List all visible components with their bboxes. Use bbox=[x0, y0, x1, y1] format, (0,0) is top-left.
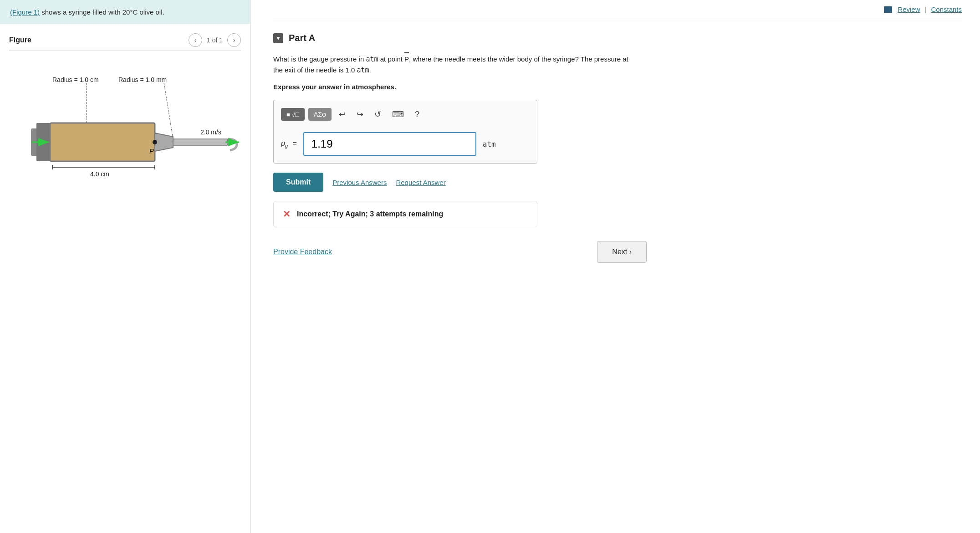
keyboard-button[interactable]: ⌨ bbox=[388, 108, 408, 121]
express-label: Express your answer in atmospheres. bbox=[273, 83, 962, 91]
question-text: What is the gauge pressure in atm at poi… bbox=[273, 52, 628, 76]
figure-section: Figure ‹ 1 of 1 › Radius = 1.0 cm Radius… bbox=[0, 24, 250, 212]
syringe-oil bbox=[51, 124, 154, 160]
radius-left-label: Radius = 1.0 cm bbox=[52, 76, 99, 83]
error-message: Incorrect; Try Again; 3 attempts remaini… bbox=[297, 210, 443, 218]
math-symbol-button[interactable]: AΣφ bbox=[308, 108, 332, 121]
part-section: ▼ Part A What is the gauge pressure in a… bbox=[273, 19, 962, 263]
undo-button[interactable]: ↩ bbox=[335, 108, 349, 121]
math-toolbar: ■ √□ AΣφ ↩ ↪ ↺ ⌨ ? bbox=[281, 108, 530, 126]
review-icon bbox=[884, 6, 892, 13]
figure-prev-button[interactable]: ‹ bbox=[189, 33, 202, 47]
figure-count: 1 of 1 bbox=[207, 36, 223, 44]
needle-curve bbox=[228, 139, 237, 150]
figure-link[interactable]: (Figure 1) bbox=[10, 8, 40, 16]
next-button[interactable]: Next › bbox=[597, 241, 647, 263]
part-title: Part A bbox=[289, 33, 315, 43]
answer-label: pg = bbox=[281, 139, 297, 149]
math-input-box: ■ √□ AΣφ ↩ ↪ ↺ ⌨ ? pg = atm bbox=[273, 100, 537, 164]
figure-intro: (Figure 1) shows a syringe filled with 2… bbox=[0, 0, 250, 24]
needle-tube bbox=[173, 139, 228, 145]
top-bar: Review | Constants bbox=[273, 0, 962, 19]
label-sub: g bbox=[285, 143, 288, 149]
figure-divider bbox=[9, 51, 241, 51]
submit-button[interactable]: Submit bbox=[273, 173, 323, 192]
request-answer-link[interactable]: Request Answer bbox=[396, 179, 445, 186]
figure-next-button[interactable]: › bbox=[227, 33, 241, 47]
math-formula-label: √□ bbox=[292, 111, 299, 118]
previous-answers-link[interactable]: Previous Answers bbox=[332, 179, 387, 186]
redo-button[interactable]: ↪ bbox=[353, 108, 367, 121]
top-bar-divider: | bbox=[925, 5, 927, 13]
left-panel: (Figure 1) shows a syringe filled with 2… bbox=[0, 0, 250, 533]
part-header: ▼ Part A bbox=[273, 33, 962, 43]
error-icon: ✕ bbox=[283, 209, 291, 220]
constants-link[interactable]: Constants bbox=[931, 5, 962, 13]
answer-row: pg = atm bbox=[281, 132, 530, 156]
help-button[interactable]: ? bbox=[411, 108, 423, 121]
math-formula-icon: ■ bbox=[286, 111, 290, 118]
radius-right-label: Radius = 1.0 mm bbox=[118, 76, 167, 83]
answer-input[interactable] bbox=[303, 132, 476, 156]
math-formula-button[interactable]: ■ √□ bbox=[281, 108, 305, 121]
figure-header: Figure ‹ 1 of 1 › bbox=[9, 33, 241, 47]
intro-text: shows a syringe filled with 20°C olive o… bbox=[40, 8, 164, 16]
point-p-label: P bbox=[149, 147, 154, 155]
length-label: 4.0 cm bbox=[90, 170, 109, 178]
syringe-svg: Radius = 1.0 cm Radius = 1.0 mm bbox=[23, 69, 241, 201]
bottom-row: Provide Feedback Next › bbox=[273, 241, 647, 263]
point-p-dot bbox=[153, 140, 157, 144]
review-link[interactable]: Review bbox=[898, 5, 920, 13]
label-prefix: p bbox=[281, 139, 285, 147]
syringe-diagram: Radius = 1.0 cm Radius = 1.0 mm bbox=[9, 60, 241, 212]
provide-feedback-link[interactable]: Provide Feedback bbox=[273, 248, 332, 256]
reset-button[interactable]: ↺ bbox=[371, 108, 385, 121]
action-row: Submit Previous Answers Request Answer bbox=[273, 173, 962, 192]
figure-title: Figure bbox=[9, 36, 31, 44]
right-panel: Review | Constants ▼ Part A What is the … bbox=[250, 0, 980, 533]
error-box: ✕ Incorrect; Try Again; 3 attempts remai… bbox=[273, 201, 537, 227]
radius-right-line bbox=[164, 83, 173, 139]
speed-label: 2.0 m/s bbox=[200, 128, 221, 136]
figure-nav: ‹ 1 of 1 › bbox=[189, 33, 241, 47]
equals-sign: = bbox=[292, 139, 296, 147]
answer-unit: atm bbox=[483, 140, 496, 149]
part-collapse-button[interactable]: ▼ bbox=[273, 33, 283, 43]
